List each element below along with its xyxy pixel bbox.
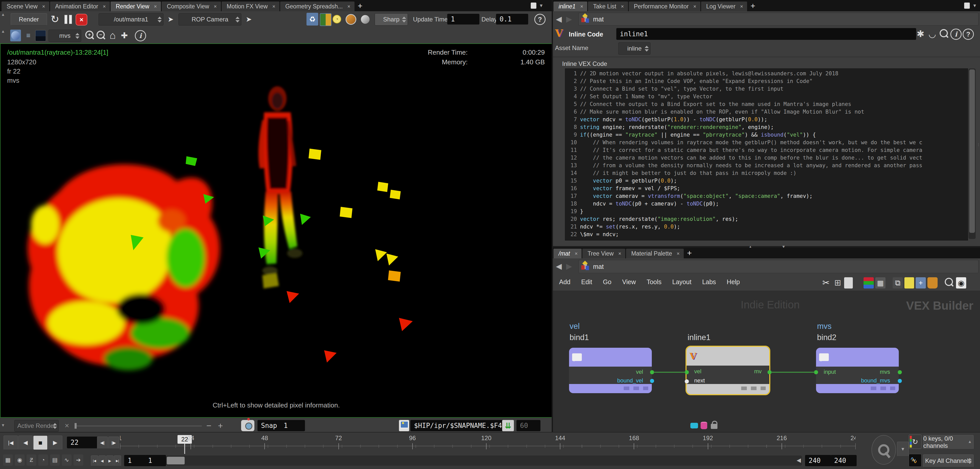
wire-bind1-inline1[interactable] [654,372,685,373]
image-links-icon[interactable]: ▦ [875,277,886,288]
snapshot-image-icon[interactable] [399,420,409,431]
bind2-mvs-output-dot[interactable] [898,370,902,374]
global-range-icon[interactable]: ▤ [50,455,60,466]
snapshot-path-field[interactable]: $HIP/ipr/$SNAPNAME.$F4.$ [410,420,503,431]
global-start-field[interactable]: 1 [124,455,146,466]
pane-resize-handle[interactable]: ⋯ [977,143,980,146]
spinner-icon[interactable] [75,30,80,41]
close-icon[interactable]: × [347,3,350,10]
network-search-icon[interactable] [944,277,954,288]
sequence-frames-field[interactable]: 60 [516,420,541,431]
back-icon[interactable]: ◀ [554,14,564,24]
mantra-inspect-icon[interactable] [345,14,356,25]
spinner-icon[interactable] [53,420,57,431]
menu-help[interactable]: Help [727,278,740,286]
remove-snapshot-icon[interactable]: − [204,420,213,431]
stop-render-icon[interactable]: × [76,14,88,25]
spinner-icon[interactable] [235,14,240,25]
range-end-field[interactable]: 240 [805,455,831,466]
vop-node-icon[interactable]: V [555,27,563,39]
animation-curves-icon[interactable]: ∿∿ [909,454,921,467]
network-canvas[interactable]: Indie Edition VEX Builder vel bind1 vel … [553,291,980,432]
pane-menu-icon[interactable]: ▼ [972,3,977,8]
inline1-next-input-dot[interactable] [685,379,689,383]
forward-icon[interactable]: ▶ [564,14,574,24]
update-time-field[interactable]: 1 [447,14,479,24]
close-icon[interactable]: × [621,3,624,10]
menu-tools[interactable]: Tools [647,278,662,286]
plane-selector[interactable]: mvs [49,30,81,42]
close-icon[interactable]: × [154,3,157,10]
auto-update-icon[interactable]: ♻ [307,13,318,25]
info-icon[interactable]: i [950,29,962,40]
range-last-button[interactable]: ▶| [114,455,121,466]
zoom-out-icon[interactable]: − [95,30,106,41]
close-icon[interactable]: × [42,3,45,10]
clear-snapshot-icon[interactable]: × [62,420,72,431]
snapshot-camera-icon[interactable] [241,420,255,431]
tab-motion-fx-view[interactable]: Motion FX View× [222,2,279,11]
spinner-icon[interactable] [402,14,406,25]
spinner-icon[interactable] [968,455,972,467]
tab-composite-view[interactable]: Composite View× [162,2,221,11]
image-planes-icon[interactable]: ≡ [23,30,34,41]
visibility-icon[interactable]: ◉ [956,277,966,288]
range-slider-handle[interactable] [167,457,185,464]
customize-tools-icon[interactable]: ✂ [821,277,831,288]
spinner-icon[interactable] [158,14,162,25]
play-button[interactable]: ▶ [48,436,62,450]
keys-info-dropdown[interactable]: 0 keys, 0/0 channels ▲ [923,435,974,449]
node-bind2[interactable]: input mvs bound_mvs [816,348,899,393]
asset-gallery-icon[interactable] [928,277,938,288]
render-viewport[interactable]: /out/mantra1(raytrace)-13:28:24[1] 1280x… [0,43,552,418]
timeline-ruler[interactable]: 22 124487296120144168192216240 [120,434,856,455]
data-layer-icon[interactable] [701,422,707,429]
go-first-frame-button[interactable]: |◀ [3,436,18,450]
tab-animation-editor[interactable]: Animation Editor× [50,2,110,11]
snapshot-mode-selector[interactable]: Active Render [14,420,59,432]
range-start-field[interactable]: 1 [145,455,166,466]
collapse-arrow-icon[interactable]: ▲ [1,12,5,17]
tab-mat-network[interactable]: /mat× [554,249,582,258]
global-end-field[interactable]: 240 [830,455,857,466]
current-frame-field[interactable]: 22 [67,437,97,448]
close-icon[interactable]: × [103,3,106,10]
follow-playhead-icon[interactable]: ➔ [73,455,83,466]
help-icon[interactable]: ? [534,14,546,25]
re-render-icon[interactable]: ↻ [49,13,61,25]
bind1-boundvel-output-dot[interactable] [650,379,654,383]
material-ball-icon[interactable] [360,14,371,25]
save-sequence-icon[interactable]: ⇊ [502,420,514,431]
auto-key-icon[interactable]: ↻ [909,434,921,449]
delay-field[interactable]: 0.1 [496,14,528,24]
help-icon[interactable]: ? [963,29,974,40]
sticky-note-icon[interactable] [904,277,914,288]
parameter-breadcrumb[interactable]: mat [579,13,978,25]
play-reverse-button[interactable]: ◀ [18,436,33,450]
dopesheet-icon[interactable]: ∿ [62,455,72,466]
rop-selector[interactable]: /out/mantra1 [99,13,164,25]
snapshot-slider-handle[interactable] [75,423,76,429]
close-icon[interactable]: × [272,3,275,10]
step-back-button[interactable]: ◀| [97,437,108,449]
node-name-field[interactable]: inline1 [616,28,916,40]
tab-render-view[interactable]: Render View× [111,2,161,11]
snap-field[interactable]: Snap 1 [258,420,305,431]
ladle-icon[interactable]: ◡ [927,28,938,40]
menu-add[interactable]: Add [559,278,570,286]
range-slider-end-arrow[interactable]: ◀ [797,457,801,464]
tab-inline1[interactable]: inline1× [554,2,587,11]
key-options-button[interactable]: ▼ [897,442,909,456]
render-button[interactable]: Render [11,13,47,25]
choose-camera-icon[interactable]: ➤ [243,13,255,25]
close-icon[interactable]: × [580,3,583,10]
stop-button[interactable]: ■ [33,436,48,450]
camera-selector[interactable]: ROP Camera [178,13,241,25]
timecode-icon[interactable]: ◔ [38,455,48,466]
frame-all-icon[interactable]: ✚ [119,30,130,41]
tab-take-list[interactable]: Take List× [588,2,628,11]
code-scrollbar-thumb[interactable] [969,70,975,233]
bind2-input-dot[interactable] [814,370,818,374]
new-tab-icon[interactable]: + [687,248,692,258]
menu-layout[interactable]: Layout [672,278,691,286]
